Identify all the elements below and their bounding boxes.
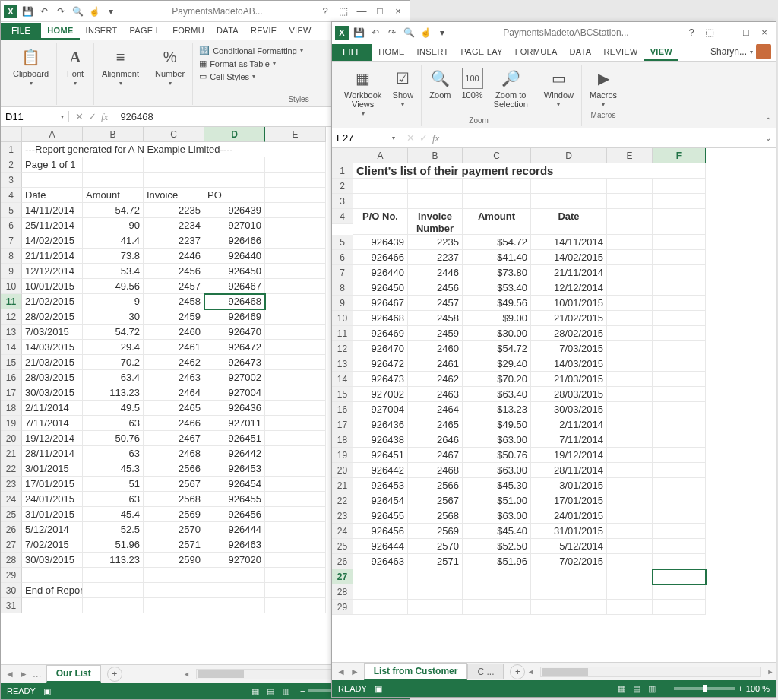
row-header[interactable]: 13 (332, 356, 353, 372)
cell[interactable]: $13.23 (463, 402, 531, 417)
cancel-formula-icon[interactable]: ✕ (406, 132, 415, 144)
cell[interactable] (607, 209, 653, 235)
qat-more-icon[interactable]: ▾ (435, 26, 449, 40)
row-header[interactable]: 11 (1, 294, 22, 309)
cell[interactable]: 63 (83, 416, 144, 431)
cell[interactable] (607, 432, 653, 448)
cell[interactable] (265, 233, 326, 249)
cell[interactable] (353, 584, 408, 600)
tab-insert[interactable]: INSERT (411, 44, 455, 61)
cell[interactable]: 926455 (204, 492, 265, 507)
fx-icon[interactable]: fx (101, 111, 108, 123)
cell[interactable] (463, 569, 531, 584)
cell[interactable] (144, 157, 204, 173)
cell[interactable]: 28/11/2014 (531, 463, 607, 478)
zoom-100-button[interactable]: 100100% (458, 66, 485, 101)
row-header[interactable]: 6 (1, 218, 22, 233)
row-header[interactable]: 29 (1, 568, 22, 583)
cell[interactable] (607, 311, 653, 326)
cell[interactable] (653, 584, 706, 600)
enter-formula-icon[interactable]: ✓ (419, 132, 428, 144)
cell[interactable]: 926468 (353, 311, 408, 326)
cell[interactable] (653, 250, 706, 265)
cell[interactable] (607, 463, 653, 478)
col-header[interactable]: F (653, 148, 706, 163)
select-all-corner[interactable] (1, 127, 22, 142)
cell[interactable]: 54.72 (83, 203, 144, 218)
cell[interactable] (204, 568, 265, 583)
cell[interactable]: $73.80 (463, 265, 531, 280)
row-header[interactable]: 2 (332, 179, 353, 194)
col-header[interactable]: D (204, 127, 265, 142)
horizontal-scrollbar[interactable] (540, 667, 761, 677)
normal-view-icon[interactable]: ▦ (248, 685, 262, 697)
cell[interactable] (83, 598, 144, 613)
row-header[interactable]: 10 (1, 279, 22, 294)
zoom-selection-button[interactable]: 🔎Zoom to Selection (491, 66, 531, 110)
cell[interactable] (607, 387, 653, 402)
cell[interactable]: 21/11/2014 (22, 249, 83, 264)
sheet-tab-list-from-customer[interactable]: List from Customer (364, 663, 468, 680)
cell[interactable] (265, 279, 326, 294)
cell[interactable]: 926439 (353, 235, 408, 250)
cell[interactable]: 2468 (408, 463, 463, 478)
row-header[interactable]: 22 (1, 461, 22, 477)
hscroll-left-icon[interactable]: ◄ (525, 668, 536, 676)
row-header[interactable]: 8 (332, 280, 353, 296)
cell[interactable]: Client's list of their payment records (353, 163, 706, 179)
cell-styles-button[interactable]: ▭Cell Styles ▾ (198, 71, 305, 82)
cell[interactable] (653, 524, 706, 539)
row-header[interactable]: 5 (1, 203, 22, 218)
row-header[interactable]: 3 (1, 173, 22, 188)
undo-icon[interactable]: ↶ (37, 5, 51, 18)
cell[interactable] (265, 173, 326, 188)
cell[interactable]: 14/11/2014 (22, 203, 83, 218)
cell[interactable]: 14/03/2015 (22, 340, 83, 355)
col-header[interactable]: A (22, 127, 83, 142)
cell[interactable] (653, 539, 706, 554)
cell[interactable] (265, 370, 326, 385)
row-header[interactable]: 28 (1, 553, 22, 568)
preview-icon[interactable]: 🔍 (402, 26, 416, 40)
cell[interactable] (607, 296, 653, 311)
cell[interactable] (408, 600, 463, 615)
cell[interactable] (265, 461, 326, 477)
cell[interactable] (265, 492, 326, 507)
cell[interactable] (204, 598, 265, 613)
cell[interactable]: 7/03/2015 (22, 325, 83, 340)
cell[interactable] (353, 600, 408, 615)
cell[interactable]: 2571 (144, 537, 204, 553)
cell[interactable] (265, 416, 326, 431)
cell[interactable]: 926450 (353, 280, 408, 296)
cell[interactable] (607, 417, 653, 432)
row-header[interactable]: 12 (1, 309, 22, 325)
cell[interactable] (653, 311, 706, 326)
cell[interactable]: $52.50 (463, 539, 531, 554)
ribbon-display-icon[interactable]: ⬚ (335, 4, 352, 19)
cell[interactable]: 113.23 (83, 553, 144, 568)
name-box[interactable]: F27▾ (332, 132, 400, 144)
zoom-slider[interactable] (674, 687, 735, 690)
cell[interactable]: 926455 (353, 508, 408, 524)
undo-icon[interactable]: ↶ (368, 26, 382, 40)
cell[interactable]: Amount (83, 188, 144, 203)
macro-record-icon[interactable]: ▣ (43, 686, 51, 696)
save-icon[interactable]: 💾 (21, 5, 34, 18)
row-header[interactable]: 20 (1, 431, 22, 446)
cell[interactable]: 19/12/2014 (22, 431, 83, 446)
cell[interactable]: 90 (83, 218, 144, 233)
enter-formula-icon[interactable]: ✓ (88, 111, 96, 122)
cell[interactable] (83, 568, 144, 583)
help-icon[interactable]: ? (683, 25, 700, 40)
cell[interactable] (607, 554, 653, 569)
row-header[interactable]: 18 (1, 401, 22, 416)
row-header[interactable]: 14 (332, 372, 353, 387)
cell[interactable] (463, 584, 531, 600)
row-header[interactable]: 14 (1, 340, 22, 355)
cell[interactable] (408, 569, 463, 584)
cell[interactable] (265, 385, 326, 401)
cell[interactable] (265, 431, 326, 446)
cell[interactable]: 2458 (408, 311, 463, 326)
cell[interactable]: 926470 (353, 341, 408, 356)
cell[interactable] (607, 235, 653, 250)
